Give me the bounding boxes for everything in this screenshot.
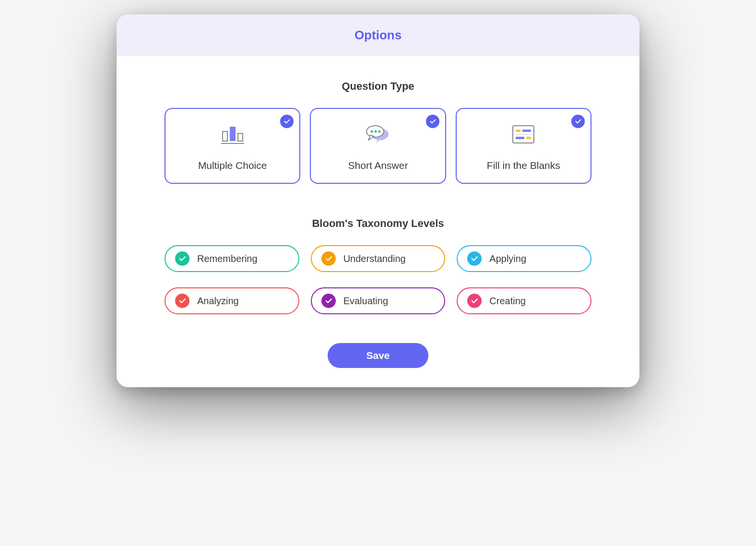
bloom-level-evaluating[interactable]: Evaluating	[311, 287, 446, 314]
svg-rect-0	[223, 131, 227, 141]
save-button[interactable]: Save	[328, 343, 428, 368]
modal-header: Options	[117, 14, 639, 56]
bloom-level-analyzing[interactable]: Analyzing	[165, 287, 299, 314]
check-icon	[175, 251, 189, 266]
check-icon	[280, 115, 294, 128]
footer-actions: Save	[165, 343, 591, 368]
check-icon	[321, 294, 336, 308]
bloom-grid: Remembering Understanding Applying Analy…	[165, 245, 591, 314]
modal-body: Question Type Multiple Choice	[117, 56, 639, 387]
svg-rect-13	[516, 137, 524, 139]
form-fields-icon	[512, 122, 535, 146]
check-icon	[467, 251, 482, 266]
question-type-multiple-choice[interactable]: Multiple Choice	[165, 108, 300, 184]
check-icon	[467, 294, 482, 308]
question-type-label: Fill in the Blanks	[487, 160, 560, 171]
svg-rect-11	[522, 130, 531, 132]
bar-chart-icon	[219, 122, 246, 146]
question-type-label: Short Answer	[348, 160, 408, 171]
svg-rect-14	[526, 137, 531, 139]
svg-point-8	[378, 131, 380, 133]
question-type-short-answer[interactable]: Short Answer	[310, 108, 446, 184]
check-icon	[426, 115, 439, 128]
bloom-level-understanding[interactable]: Understanding	[311, 245, 446, 272]
speech-bubbles-icon	[364, 122, 392, 146]
bloom-level-label: Applying	[489, 253, 526, 264]
svg-rect-10	[516, 130, 520, 132]
bloom-level-label: Understanding	[343, 253, 406, 264]
check-icon	[321, 251, 336, 266]
svg-point-7	[374, 131, 377, 133]
question-type-fill-blanks[interactable]: Fill in the Blanks	[456, 108, 591, 184]
bloom-level-creating[interactable]: Creating	[457, 287, 591, 314]
check-icon	[571, 115, 585, 128]
question-type-label: Multiple Choice	[198, 160, 267, 171]
bloom-heading: Bloom's Taxonomy Levels	[165, 217, 591, 230]
bloom-level-label: Analyzing	[197, 296, 239, 307]
bloom-level-label: Creating	[489, 296, 526, 307]
svg-rect-1	[230, 127, 236, 141]
options-modal: Options Question Type Multiple Choice	[117, 14, 639, 387]
bloom-level-label: Evaluating	[343, 296, 388, 307]
question-type-grid: Multiple Choice	[165, 108, 591, 184]
check-icon	[175, 294, 189, 308]
bloom-level-remembering[interactable]: Remembering	[165, 245, 299, 272]
question-type-heading: Question Type	[165, 80, 591, 93]
bloom-level-applying[interactable]: Applying	[457, 245, 591, 272]
svg-point-6	[370, 131, 373, 133]
modal-title: Options	[117, 28, 639, 43]
bloom-level-label: Remembering	[197, 253, 258, 264]
svg-rect-2	[238, 133, 243, 141]
